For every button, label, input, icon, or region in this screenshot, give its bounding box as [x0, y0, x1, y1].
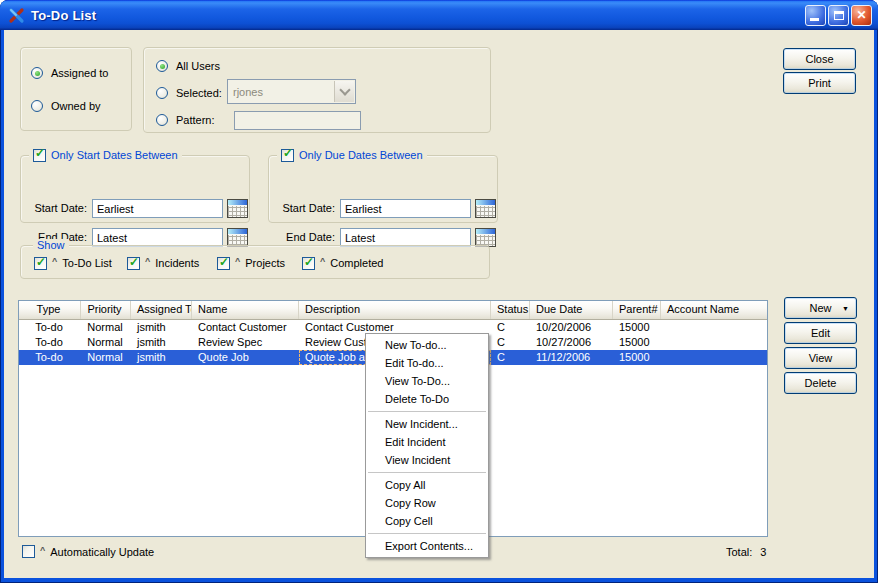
delete-button[interactable]: Delete — [784, 372, 857, 394]
new-button[interactable]: New ▼ — [784, 297, 857, 319]
checkbox-projects[interactable]: ✓ ^ Projects — [217, 255, 285, 271]
cell-status: C — [491, 350, 530, 365]
menu-item-new-todo[interactable]: New To-do... — [366, 336, 488, 354]
maximize-icon — [834, 11, 844, 20]
radio-button-icon — [156, 60, 168, 72]
checkbox-icon: ✓ — [217, 257, 230, 270]
cell-parent: 15000 — [613, 335, 661, 350]
menu-item-copy-all[interactable]: Copy All — [366, 476, 488, 494]
checkbox-projects-label: Projects — [245, 257, 285, 269]
due-dates-legend: ✓ Only Due Dates Between — [277, 149, 427, 162]
checkbox-incidents[interactable]: ✓ ^ Incidents — [127, 255, 199, 271]
user-filter-group: All Users Selected: rjones Pattern: — [143, 47, 491, 133]
checkbox-icon: ✓ — [22, 545, 35, 558]
checkbox-incidents-label: Incidents — [155, 257, 199, 269]
dropdown-arrow-icon: ▼ — [842, 305, 849, 312]
menu-item-copy-row[interactable]: Copy Row — [366, 494, 488, 512]
cell-due-date: 10/20/2006 — [530, 320, 613, 335]
menu-item-edit-todo[interactable]: Edit To-do... — [366, 354, 488, 372]
edit-button[interactable]: Edit — [784, 322, 857, 344]
cell-assigned: jsmith — [131, 335, 192, 350]
checkbox-todo-list[interactable]: ✓ ^ To-Do List — [34, 255, 112, 271]
radio-assigned-to[interactable]: Assigned to — [31, 65, 108, 81]
calendar-icon[interactable] — [475, 199, 496, 218]
auto-update-checkbox[interactable]: ✓ ^ Automatically Update — [22, 545, 154, 558]
window-title: To-Do List — [31, 8, 803, 23]
checkbox-icon: ✓ — [127, 257, 140, 270]
app-icon — [8, 7, 25, 24]
cell-account — [661, 335, 767, 350]
dropdown-button[interactable] — [334, 81, 354, 102]
menu-item-delete-todo[interactable]: Delete To-Do — [366, 390, 488, 408]
hotkey-caret: ^ — [52, 256, 57, 266]
new-button-label: New — [809, 302, 831, 314]
calendar-icon[interactable] — [227, 199, 248, 218]
cell-due-date: 11/12/2006 — [530, 350, 613, 365]
radio-pattern[interactable]: Pattern: — [156, 112, 215, 128]
menu-item-view-incident[interactable]: View Incident — [366, 451, 488, 469]
maximize-button[interactable] — [828, 5, 849, 26]
cell-priority: Normal — [81, 350, 131, 365]
radio-all-users[interactable]: All Users — [156, 58, 220, 74]
start-dates-title: Only Start Dates Between — [51, 149, 178, 162]
edit-button-label: Edit — [811, 327, 830, 339]
pattern-input[interactable] — [234, 111, 361, 130]
column-header-description[interactable]: Description — [299, 301, 491, 319]
total-value: 3 — [760, 546, 766, 558]
close-button[interactable]: Close — [783, 48, 856, 70]
column-header-due-date[interactable]: Due Date — [530, 301, 613, 319]
minimize-icon — [810, 18, 819, 21]
radio-button-icon — [156, 87, 168, 99]
checkmark-icon: ✓ — [36, 255, 46, 269]
print-button[interactable]: Print — [783, 72, 856, 94]
checkbox-completed[interactable]: ✓ ^ Completed — [302, 255, 383, 271]
menu-item-new-incident[interactable]: New Incident... — [366, 415, 488, 433]
checkmark-icon: ✓ — [283, 147, 293, 160]
view-button-label: View — [809, 352, 833, 364]
radio-selected-user[interactable]: Selected: — [156, 85, 222, 101]
hotkey-caret: ^ — [145, 256, 150, 266]
column-header-account-name[interactable]: Account Name — [661, 301, 767, 319]
cell-status: C — [491, 335, 530, 350]
checkmark-icon: ✓ — [219, 255, 229, 269]
menu-item-view-todo[interactable]: View To-Do... — [366, 372, 488, 390]
cell-type: To-do — [19, 320, 81, 335]
start-dates-checkbox[interactable]: ✓ — [33, 149, 46, 162]
checkmark-icon: ✓ — [129, 255, 139, 269]
radio-owned-by[interactable]: Owned by — [31, 98, 101, 114]
print-button-label: Print — [808, 77, 831, 89]
menu-item-export-contents[interactable]: Export Contents... — [366, 537, 488, 555]
cell-parent: 15000 — [613, 350, 661, 365]
radio-button-icon — [31, 100, 43, 112]
menu-item-edit-incident[interactable]: Edit Incident — [366, 433, 488, 451]
column-header-type[interactable]: Type — [19, 301, 81, 319]
column-header-name[interactable]: Name — [192, 301, 299, 319]
checkbox-icon: ✓ — [302, 257, 315, 270]
cell-status: C — [491, 320, 530, 335]
due-dates-title: Only Due Dates Between — [299, 149, 423, 162]
minimize-button[interactable] — [805, 5, 826, 26]
total-count: Total: 3 — [726, 546, 766, 558]
radio-pattern-label: Pattern: — [176, 114, 215, 126]
menu-separator — [368, 472, 486, 473]
due-start-date-input[interactable] — [340, 199, 471, 218]
checkbox-todo-list-label: To-Do List — [62, 257, 112, 269]
start-date-label: Start Date: — [271, 199, 335, 218]
total-label: Total: — [726, 546, 752, 558]
delete-button-label: Delete — [805, 377, 837, 389]
close-window-button[interactable]: ✕ — [851, 5, 872, 26]
user-select-dropdown[interactable]: rjones — [227, 79, 356, 104]
column-header-assigned-to[interactable]: Assigned To — [131, 301, 192, 319]
column-header-parent[interactable]: Parent# — [613, 301, 661, 319]
radio-owned-by-label: Owned by — [51, 100, 101, 112]
radio-button-icon — [156, 114, 168, 126]
due-dates-checkbox[interactable]: ✓ — [281, 149, 294, 162]
cell-name: Review Spec — [192, 335, 299, 350]
view-button[interactable]: View — [784, 347, 857, 369]
column-header-priority[interactable]: Priority — [81, 301, 131, 319]
column-header-status[interactable]: Status — [491, 301, 530, 319]
start-date-input[interactable] — [92, 199, 223, 218]
todo-list-window: To-Do List ✕ Assigned to Owned by — [0, 0, 878, 583]
radio-button-icon — [31, 67, 43, 79]
menu-item-copy-cell[interactable]: Copy Cell — [366, 512, 488, 530]
